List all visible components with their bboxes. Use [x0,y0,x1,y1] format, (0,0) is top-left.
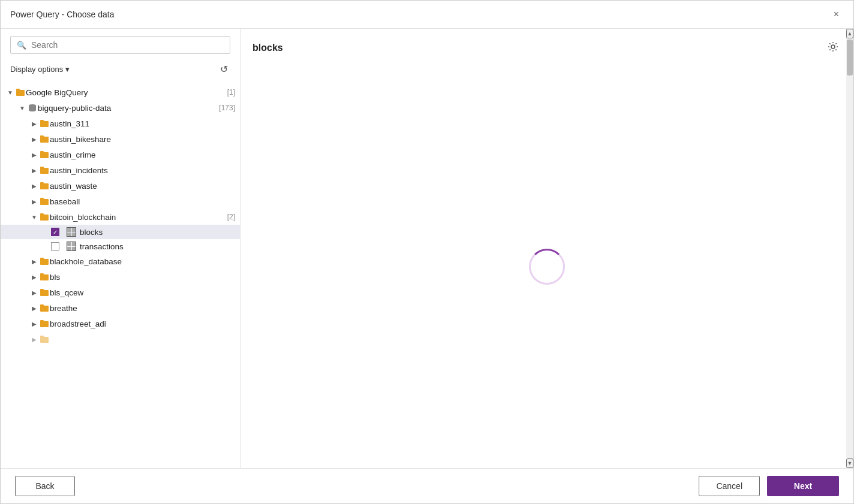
tree-area: ▼ Google BigQuery [1] ▼ [1,82,240,468]
folder-icon [39,271,50,282]
tree-label-austin-bikeshare: austin_bikeshare [50,135,235,144]
tree-item-blackhole-database[interactable]: ▶ blackhole_database [1,253,240,269]
tree-label-breathe: breathe [50,304,235,313]
chevron-right-icon: ▶ [29,150,39,159]
tree-item-broadstreet-adi[interactable]: ▶ broadstreet_adi [1,316,240,331]
display-options-area: Display options ▾ ↺ [1,59,240,82]
table-icon-transactions [67,242,76,251]
tree-item-austin-waste[interactable]: ▶ austin_waste [1,178,240,194]
tree-label-baseball: baseball [50,197,235,206]
tree-item-bls[interactable]: ▶ bls [1,269,240,285]
tree-label-austin-crime: austin_crime [50,150,235,159]
tree-label-transactions: transactions [80,242,235,251]
table-icon-blocks [67,227,76,237]
chevron-right-icon: ▶ [29,256,39,266]
tree-item-breathe[interactable]: ▶ breathe [1,300,240,316]
tree-label-broadstreet-adi: broadstreet_adi [50,319,235,328]
search-icon: 🔍 [17,41,26,50]
folder-icon [39,118,50,129]
folder-icon [39,149,50,160]
tree-item-partial[interactable]: ▶ [1,331,240,347]
scrollbar-thumb[interactable] [847,40,853,76]
back-button[interactable]: Back [15,476,75,496]
folder-icon [39,256,50,267]
refresh-button[interactable]: ↺ [218,61,230,77]
preview-area [240,65,853,468]
chevron-down-icon: ▼ [29,212,39,222]
scrollbar-up-button[interactable]: ▲ [846,29,853,38]
tree-label-bls: bls [50,273,235,282]
chevron-right-icon: ▶ [29,272,39,282]
search-area: 🔍 [1,29,240,59]
chevron-down-icon: ▼ [17,103,27,113]
tree-label-bitcoin-blockchain: bitcoin_blockchain [50,213,222,222]
tree-item-austin-incidents[interactable]: ▶ austin_incidents [1,162,240,178]
chevron-right-icon: ▶ [29,319,39,328]
search-input[interactable] [31,40,224,50]
chevron-right-icon: ▶ [29,181,39,191]
tree-label-austin-311: austin_311 [50,119,235,128]
tree-count-google-bigquery: [1] [227,88,235,96]
tree-item-google-bigquery[interactable]: ▼ Google BigQuery [1] [1,84,240,100]
chevron-right-icon: ▶ [29,303,39,313]
folder-icon [39,287,50,298]
cancel-button[interactable]: Cancel [699,476,760,496]
preview-title: blocks [252,43,283,53]
main-content: 🔍 Display options ▾ ↺ ▼ [1,29,853,468]
tree-item-transactions[interactable]: ▶ transactions [1,239,240,253]
tree-label-bls-qcew: bls_qcew [50,288,235,297]
tree-label-google-bigquery: Google BigQuery [26,88,222,97]
tree-item-austin-311[interactable]: ▶ austin_311 [1,116,240,131]
svg-point-1 [831,45,835,49]
tree-item-bls-qcew[interactable]: ▶ bls_qcew [1,285,240,300]
tree-item-baseball[interactable]: ▶ baseball [1,194,240,209]
tree-item-blocks[interactable]: ▶ blocks [1,225,240,239]
folder-icon [39,303,50,313]
chevron-down-icon: ▼ [5,87,15,97]
footer: Back Cancel Next [1,468,853,503]
footer-left: Back [15,476,75,496]
chevron-right-icon: ▶ [29,134,39,144]
close-button[interactable]: × [829,7,844,22]
next-button[interactable]: Next [767,476,839,496]
folder-icon [39,334,50,345]
footer-right: Cancel Next [699,476,839,496]
checkbox-blocks[interactable] [51,228,59,236]
tree-item-austin-crime[interactable]: ▶ austin_crime [1,147,240,162]
tree-item-austin-bikeshare[interactable]: ▶ austin_bikeshare [1,131,240,147]
folder-icon [39,134,50,144]
loading-spinner [529,249,565,285]
left-panel: 🔍 Display options ▾ ↺ ▼ [1,29,240,468]
right-scrollbar: ▲ ▼ [846,29,853,468]
folder-icon [39,165,50,176]
chevron-right-icon: ▶ [29,165,39,175]
folder-icon [39,318,50,329]
display-options-button[interactable]: Display options ▾ [10,65,70,74]
tree-label-austin-waste: austin_waste [50,182,235,191]
tree-label-blocks: blocks [80,228,235,237]
tree-item-bitcoin-blockchain[interactable]: ▼ bitcoin_blockchain [2] [1,209,240,225]
folder-icon [39,212,50,222]
scrollbar-down-button[interactable]: ▼ [846,458,853,468]
checkbox-transactions[interactable] [51,242,59,251]
chevron-right-icon: ▶ [29,197,39,206]
tree-label-austin-incidents: austin_incidents [50,166,235,175]
folder-icon [39,180,50,191]
chevron-right-icon: ▶ [29,288,39,297]
dialog-title: Power Query - Choose data [10,10,115,19]
folder-icon [39,196,50,207]
tree-item-bigquery-public-data[interactable]: ▼ bigquery-public-data [173] [1,100,240,116]
preview-settings-button[interactable] [825,38,841,58]
chevron-right-icon: ▶ [29,119,39,128]
right-panel: blocks ▲ ▼ [240,29,853,468]
chevron-down-icon: ▾ [65,65,70,74]
chevron-right-icon: ▶ [29,334,39,344]
tree-count-bigquery-public-data: [173] [219,104,235,112]
search-box: 🔍 [10,36,230,54]
title-bar: Power Query - Choose data × [1,1,853,29]
db-icon [27,102,38,113]
tree-label-bigquery-public-data: bigquery-public-data [38,104,214,113]
folder-icon [15,87,26,98]
settings-icon [827,41,839,53]
tree-count-bitcoin-blockchain: [2] [227,213,235,221]
